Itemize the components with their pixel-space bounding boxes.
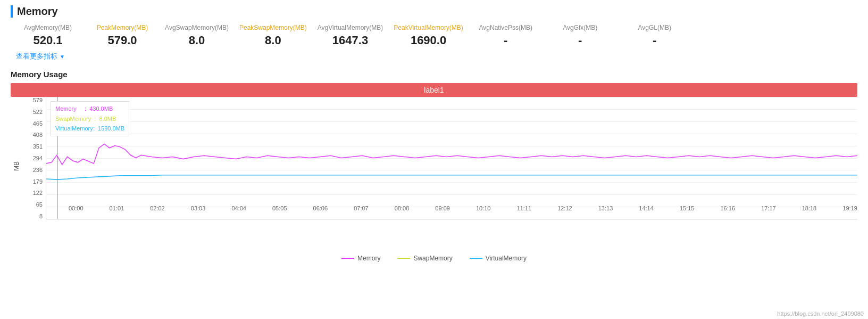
y-tick-351: 351 [33,143,43,150]
metric-label-avg-gfx: AvgGfx(MB) [563,24,597,31]
legend-label-memory: Memory [357,255,380,262]
more-metrics-arrow-icon: ▼ [60,54,65,60]
more-metrics-label: 查看更多指标 [16,52,57,61]
metric-label-avg-gl: AvgGL(MB) [638,24,671,31]
metric-avg-swap: AvgSwapMemory(MB) 8.0 [160,24,234,47]
y-axis: 579 522 465 408 351 294 236 179 122 65 8 [23,97,45,219]
y-tick-8: 8 [39,213,43,219]
metric-peak-virtual: PeakVirtualMemory(MB) 1690.0 [388,24,468,47]
legend-line-swap [397,258,410,259]
metric-value-avg-gfx: - [578,34,582,47]
chart-title: Memory Usage [11,70,857,79]
chart-section: Memory Usage label1 MB 579 522 465 408 3… [11,70,857,262]
metric-peak-swap: PeakSwapMemory(MB) 8.0 [234,24,312,47]
x-tick-9: 09:09 [435,205,450,211]
tooltip-memory: Memory : 430.0MB [55,104,124,114]
x-tick-19: 19:19 [842,205,857,211]
metric-peak-memory: PeakMemory(MB) 579.0 [85,24,160,47]
metric-value-peak-virtual: 1690.0 [411,34,446,47]
tooltip-swap-value: 8.0MB [99,116,116,122]
metric-label-peak-virtual: PeakVirtualMemory(MB) [394,24,463,31]
metric-avg-gl: AvgGL(MB) - [617,24,692,47]
tooltip-virtual-value: 1590.0MB [98,125,124,132]
virtual-memory-line [46,175,857,179]
metric-value-avg-virtual: 1647.3 [332,34,368,47]
metric-label-avg-nativepss: AvgNativePss(MB) [479,24,532,31]
metric-value-avg-gl: - [653,34,656,47]
metric-value-avg-nativepss: - [504,34,507,47]
x-tick-8: 08:08 [395,205,410,211]
x-tick-2: 02:02 [150,205,165,211]
legend-item-swap: SwapMemory [397,255,452,262]
y-axis-label: MB [11,161,22,171]
metric-value-avg-swap: 8.0 [189,34,205,47]
y-tick-522: 522 [33,109,43,115]
x-tick-0: 00:00 [69,205,84,211]
y-tick-65: 65 [36,201,43,208]
metric-label-peak-memory: PeakMemory(MB) [97,24,148,31]
x-tick-13: 13:13 [598,205,613,211]
legend-label-swap: SwapMemory [413,255,452,262]
tooltip-swap-label: SwapMemory [55,116,91,122]
chart-tooltip: Memory : 430.0MB SwapMemory : 8.0MB Virt… [51,101,129,136]
x-tick-15: 15:15 [680,205,695,211]
legend-line-virtual [470,258,482,259]
metric-label-avg-virtual: AvgVirtualMemory(MB) [318,24,383,31]
page-container: Memory AvgMemory(MB) 520.1 PeakMemory(MB… [0,0,868,319]
x-tick-12: 12:12 [557,205,572,211]
y-tick-294: 294 [33,155,43,161]
x-tick-18: 18:18 [802,205,817,211]
tooltip-memory-value: 430.0MB [89,105,113,112]
section-title: Memory [17,5,58,18]
x-axis: 00:00 01:01 02:02 03:03 04:04 05:05 06:0… [69,203,857,219]
x-tick-4: 04:04 [231,205,246,211]
metric-avg-memory: AvgMemory(MB) 520.1 [11,24,85,47]
x-tick-6: 06:06 [313,205,328,211]
tooltip-virtual-label: VirtualMemory [55,125,93,132]
y-tick-579: 579 [33,97,43,103]
chart-area: MB 579 522 465 408 351 294 236 179 122 6… [11,97,857,235]
legend-label-virtual: VirtualMemory [486,255,527,262]
y-tick-465: 465 [33,120,43,127]
chart-label-bar: label1 [11,83,857,97]
metric-label-avg-memory: AvgMemory(MB) [24,24,72,31]
chart-legend: Memory SwapMemory VirtualMemory [11,255,857,262]
metrics-row: AvgMemory(MB) 520.1 PeakMemory(MB) 579.0… [11,24,857,47]
x-tick-17: 17:17 [761,205,776,211]
tooltip-swap: SwapMemory : 8.0MB [55,114,124,124]
legend-item-memory: Memory [341,255,380,262]
metric-avg-virtual: AvgVirtualMemory(MB) 1647.3 [312,24,389,47]
x-tick-7: 07:07 [354,205,369,211]
metric-value-avg-memory: 520.1 [33,34,62,47]
metric-avg-gfx: AvgGfx(MB) - [543,24,617,47]
x-tick-10: 10:10 [476,205,491,211]
y-tick-408: 408 [33,132,43,138]
metric-value-peak-memory: 579.0 [107,34,137,47]
metric-label-peak-swap: PeakSwapMemory(MB) [239,24,307,31]
legend-item-virtual: VirtualMemory [470,255,527,262]
chart-svg [46,97,857,219]
x-tick-16: 16:16 [721,205,736,211]
url-hint: https://blog.csdn.net/ori_2409080 [777,310,864,317]
memory-line [46,144,857,165]
metric-avg-nativepss: AvgNativePss(MB) - [469,24,543,47]
y-tick-122: 122 [33,190,43,196]
x-tick-14: 14:14 [639,205,654,211]
more-metrics-button[interactable]: 查看更多指标 ▼ [16,52,857,61]
y-tick-179: 179 [33,178,43,185]
x-tick-11: 11:11 [517,205,532,211]
legend-line-memory [341,258,354,259]
metric-label-avg-swap: AvgSwapMemory(MB) [165,24,229,31]
chart-plot: Memory : 430.0MB SwapMemory : 8.0MB Virt… [46,97,857,219]
x-tick-1: 01:01 [110,205,124,211]
metric-value-peak-swap: 8.0 [265,34,281,47]
x-tick-5: 05:05 [272,205,287,211]
chart-wrapper: 579 522 465 408 351 294 236 179 122 65 8 [23,97,857,235]
y-tick-236: 236 [33,167,43,173]
section-header: Memory [11,5,857,18]
tooltip-memory-label: Memory [55,105,77,112]
tooltip-virtual: VirtualMemory: 1590.0MB [55,124,124,134]
x-tick-3: 03:03 [191,205,206,211]
